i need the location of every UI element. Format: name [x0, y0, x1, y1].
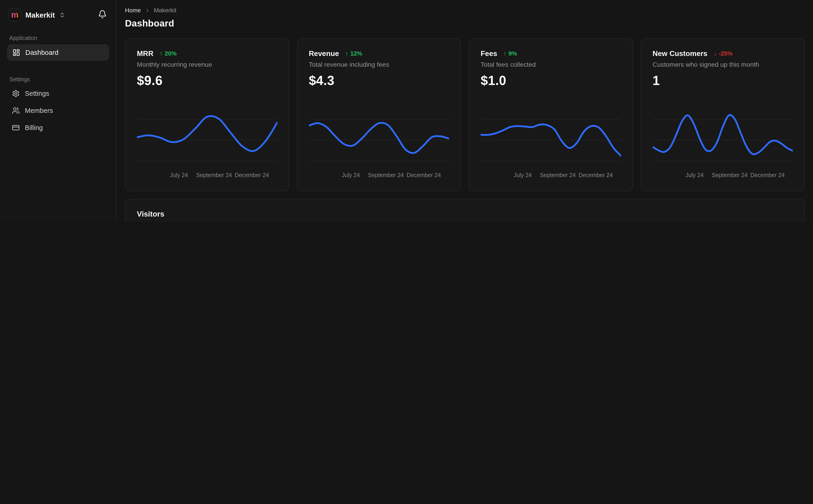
stat-subtitle: Total fees collected [481, 61, 621, 69]
stat-value: $1.0 [481, 73, 621, 88]
stat-cards-row: MRR ↑20% Monthly recurring revenue $9.6 … [125, 38, 805, 191]
stat-card-revenue: Revenue ↑12% Total revenue including fee… [297, 38, 461, 191]
sidebar-item-label: Members [25, 107, 53, 114]
trend-up-icon: ↑ [159, 50, 162, 56]
x-tick: September 24 [712, 172, 748, 178]
x-axis-labels: July 24 September 24 December 24 [481, 171, 621, 179]
x-tick: December 24 [235, 172, 269, 178]
visitors-title: Visitors [137, 210, 793, 218]
app-window: m Makerkit Application Dashboard Setting… [0, 0, 813, 222]
visitors-card: Visitors Showing total visitors for the … [125, 199, 805, 222]
stat-title: MRR [137, 49, 153, 57]
x-tick: September 24 [540, 172, 576, 178]
x-tick: December 24 [407, 172, 441, 178]
line-chart [481, 109, 621, 167]
x-tick: December 24 [578, 172, 613, 178]
workspace-selector[interactable]: m Makerkit [8, 8, 65, 21]
trend-badge: ↑12% [345, 50, 362, 56]
breadcrumb-current: Makerkit [154, 7, 176, 13]
layout-dashboard-icon [12, 49, 20, 56]
main-content: Home Makerkit Dashboard MRR ↑20% Monthly… [117, 0, 813, 222]
section-label-application: Application [9, 35, 107, 41]
trend-up-icon: ↑ [345, 50, 348, 56]
stat-subtitle: Customers who signed up this month [653, 61, 793, 69]
trend-badge: ↓-25% [714, 50, 733, 56]
section-label-settings: Settings [9, 76, 107, 82]
sidebar-item-dashboard[interactable]: Dashboard [7, 45, 109, 61]
line-chart [653, 109, 793, 167]
trend-up-icon: ↑ [503, 50, 506, 56]
x-axis-labels: July 24 September 24 December 24 [653, 171, 793, 179]
trend-value: 12% [350, 50, 362, 56]
stat-subtitle: Total revenue including fees [309, 61, 449, 69]
x-tick: September 24 [196, 172, 232, 178]
x-tick: December 24 [750, 172, 785, 178]
sidebar-item-label: Billing [25, 124, 43, 132]
stat-value: $9.6 [137, 73, 277, 88]
page-title: Dashboard [125, 18, 805, 29]
stat-value: $4.3 [309, 73, 449, 88]
stat-subtitle: Monthly recurring revenue [137, 61, 277, 69]
stat-title: New Customers [653, 49, 707, 57]
gear-icon [12, 90, 20, 97]
line-chart [309, 109, 449, 167]
stat-card-mrr: MRR ↑20% Monthly recurring revenue $9.6 … [125, 38, 289, 191]
trend-value: -25% [719, 50, 733, 56]
trend-badge: ↑9% [503, 50, 517, 56]
chevrons-up-down-icon [59, 12, 65, 18]
sparkline-chart: July 24 September 24 December 24 [481, 109, 621, 179]
trend-badge: ↑20% [159, 50, 176, 56]
trend-down-icon: ↓ [714, 50, 717, 56]
sidebar-item-billing[interactable]: Billing [7, 120, 109, 135]
sidebar-item-label: Settings [25, 90, 49, 97]
workspace-name: Makerkit [25, 11, 55, 19]
stat-card-new-customers: New Customers ↓-25% Customers who signed… [641, 38, 805, 191]
x-axis-labels: July 24 September 24 December 24 [309, 171, 449, 179]
stat-card-fees: Fees ↑9% Total fees collected $1.0 July … [469, 38, 633, 191]
x-tick: July 24 [342, 172, 360, 178]
visitors-subtitle: Showing total visitors for the last 6 mo… [137, 221, 793, 222]
sidebar-item-members[interactable]: Members [7, 103, 109, 118]
stat-title: Revenue [309, 49, 339, 57]
chevron-right-icon [144, 8, 150, 13]
x-tick: July 24 [170, 172, 188, 178]
bell-icon [98, 10, 107, 19]
sidebar-item-label: Dashboard [25, 49, 58, 56]
breadcrumb: Home Makerkit [125, 7, 805, 13]
sparkline-chart: July 24 September 24 December 24 [309, 109, 449, 179]
x-axis-labels: July 24 September 24 December 24 [137, 171, 277, 179]
notifications-button[interactable] [97, 8, 108, 21]
x-tick: July 24 [686, 172, 704, 178]
sidebar: m Makerkit Application Dashboard Setting… [0, 0, 117, 222]
credit-card-icon [12, 124, 20, 132]
line-chart [137, 109, 277, 167]
x-tick: September 24 [368, 172, 404, 178]
users-icon [12, 107, 20, 114]
makerkit-logo: m [8, 8, 21, 21]
sparkline-chart: July 24 September 24 December 24 [137, 109, 277, 179]
stat-value: 1 [653, 73, 793, 88]
x-tick: July 24 [514, 172, 532, 178]
stat-title: Fees [481, 49, 497, 57]
breadcrumb-home[interactable]: Home [125, 7, 141, 13]
sidebar-item-settings[interactable]: Settings [7, 86, 109, 101]
trend-value: 20% [165, 50, 176, 56]
trend-value: 9% [508, 50, 517, 56]
sparkline-chart: July 24 September 24 December 24 [653, 109, 793, 179]
